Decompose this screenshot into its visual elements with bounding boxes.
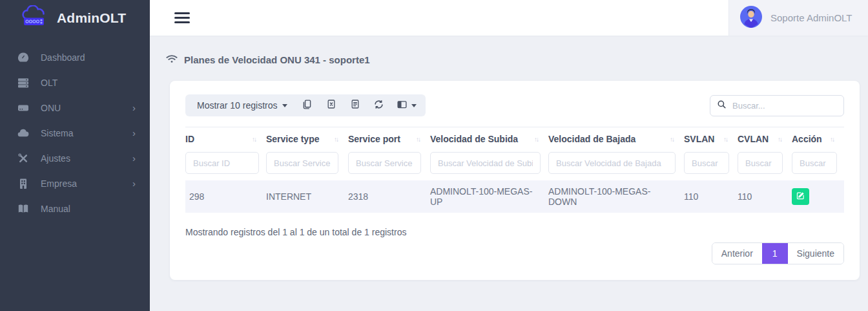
pagination-page-1-button[interactable]: 1 xyxy=(762,243,788,264)
plans-table: ID↑↓ Service type↑↓ Service port↑↓ Veloc… xyxy=(185,127,844,213)
page-title: Planes de Velocidad ONU 341 - soporte1 xyxy=(165,52,868,67)
cell-velocidad-subida: ADMINOLT-100-MEGAS-UP xyxy=(430,180,548,213)
book-icon xyxy=(17,202,30,215)
cell-cvlan: 110 xyxy=(738,180,792,213)
sidebar-toggle-button[interactable] xyxy=(174,10,190,26)
filter-input-cvlan[interactable] xyxy=(738,152,783,174)
table-search xyxy=(710,95,844,116)
table-card: Mostrar 10 registros xyxy=(170,81,860,280)
columns-icon xyxy=(397,99,408,113)
pagination: Anterior 1 Siguiente xyxy=(712,242,844,264)
adminolt-logo-icon xyxy=(18,5,52,31)
filter-input-svlan[interactable] xyxy=(684,152,729,174)
column-header-id[interactable]: ID↑↓ xyxy=(185,127,266,150)
cell-svlan: 110 xyxy=(684,180,738,213)
brand-name: AdminOLT xyxy=(57,10,126,26)
sidebar-item-onu[interactable]: ONU › xyxy=(0,95,150,120)
toolbar-button-group: Mostrar 10 registros xyxy=(185,94,426,116)
sort-icon: ↑↓ xyxy=(534,136,538,143)
copy-button[interactable] xyxy=(295,94,319,116)
sidebar-item-label: Sistema xyxy=(41,128,74,138)
sidebar-item-label: Ajustes xyxy=(41,153,70,164)
filter-input-velocidad-subida[interactable] xyxy=(430,152,541,174)
caret-down-icon xyxy=(411,104,417,107)
chevron-right-icon: › xyxy=(132,128,136,138)
content: Planes de Velocidad ONU 341 - soporte1 M… xyxy=(150,36,868,311)
chevron-right-icon: › xyxy=(132,153,136,163)
sidebar-item-sistema[interactable]: Sistema › xyxy=(0,120,150,145)
device-icon xyxy=(17,102,30,114)
table-row: 298 INTERNET 2318 ADMINOLT-100-MEGAS-UP … xyxy=(185,180,844,213)
sidebar-item-label: ONU xyxy=(41,103,61,113)
column-header-cvlan[interactable]: CVLAN↑↓ xyxy=(738,127,792,150)
main-area: Soporte AdminOLT Planes de Velocidad ONU… xyxy=(150,0,868,311)
excel-export-button[interactable] xyxy=(319,94,343,116)
cell-service-port: 2318 xyxy=(348,180,430,213)
sort-icon: ↑↓ xyxy=(252,136,256,143)
column-header-svlan[interactable]: SVLAN↑↓ xyxy=(684,127,738,150)
edit-button[interactable] xyxy=(792,188,809,205)
column-visibility-button[interactable] xyxy=(391,94,422,116)
filter-input-accion[interactable] xyxy=(792,152,837,174)
refresh-icon xyxy=(373,99,384,113)
edit-pencil-icon xyxy=(796,191,805,202)
pagination-prev-button[interactable]: Anterior xyxy=(712,243,762,264)
tools-icon xyxy=(17,152,30,165)
filter-input-service-type[interactable] xyxy=(266,152,338,174)
sidebar-item-empresa[interactable]: Empresa › xyxy=(0,171,150,196)
column-header-velocidad-subida[interactable]: Velocidad de Subida↑↓ xyxy=(430,127,548,150)
gauge-icon xyxy=(17,51,30,64)
sidebar-nav: Dashboard OLT ONU › Sistema xyxy=(0,36,150,221)
sidebar-item-label: Manual xyxy=(41,204,70,214)
sidebar-item-olt[interactable]: OLT xyxy=(0,70,150,95)
search-input[interactable] xyxy=(732,101,837,111)
pagination-next-button[interactable]: Siguiente xyxy=(788,243,843,264)
user-menu[interactable]: Soporte AdminOLT xyxy=(728,0,868,36)
sidebar-item-label: Empresa xyxy=(41,178,77,189)
filter-input-velocidad-bajada[interactable] xyxy=(548,152,676,174)
table-filter-row xyxy=(185,149,844,180)
column-header-service-type[interactable]: Service type↑↓ xyxy=(266,127,348,150)
sort-icon: ↑↓ xyxy=(830,136,834,143)
sidebar-item-ajustes[interactable]: Ajustes › xyxy=(0,145,150,171)
search-icon xyxy=(717,100,727,112)
wifi-icon xyxy=(165,52,178,67)
table-header-row: ID↑↓ Service type↑↓ Service port↑↓ Veloc… xyxy=(185,127,844,150)
copy-icon xyxy=(302,99,313,113)
sidebar-item-dashboard[interactable]: Dashboard xyxy=(0,45,150,70)
page-title-text: Planes de Velocidad ONU 341 - soporte1 xyxy=(184,54,370,65)
app-window: AdminOLT Dashboard OLT ONU › xyxy=(0,0,868,311)
pdf-export-button[interactable] xyxy=(343,94,367,116)
chevron-right-icon: › xyxy=(132,103,136,113)
cloud-icon xyxy=(17,127,30,140)
sidebar-item-label: Dashboard xyxy=(41,52,85,63)
sort-icon: ↑↓ xyxy=(670,136,674,143)
column-header-service-port[interactable]: Service port↑↓ xyxy=(348,127,430,150)
user-name: Soporte AdminOLT xyxy=(770,12,852,23)
pagination-row: Anterior 1 Siguiente xyxy=(185,242,844,264)
caret-down-icon xyxy=(282,104,287,107)
cell-id: 298 xyxy=(185,180,266,213)
table-info: Mostrando registros del 1 al 1 de un tot… xyxy=(185,227,844,237)
sidebar: AdminOLT Dashboard OLT ONU › xyxy=(0,0,150,311)
excel-file-icon xyxy=(326,99,336,112)
refresh-button[interactable] xyxy=(367,94,391,116)
topbar: Soporte AdminOLT xyxy=(150,0,868,36)
cell-service-type: INTERNET xyxy=(266,180,348,213)
column-header-accion[interactable]: Acción↑↓ xyxy=(792,127,844,150)
sort-icon: ↑↓ xyxy=(416,136,420,143)
column-header-velocidad-bajada[interactable]: Velocidad de Bajada↑↓ xyxy=(548,127,684,150)
brand[interactable]: AdminOLT xyxy=(0,0,150,36)
sort-icon: ↑↓ xyxy=(723,136,727,143)
sidebar-item-manual[interactable]: Manual xyxy=(0,196,150,221)
sidebar-item-label: OLT xyxy=(41,78,57,88)
filter-input-service-port[interactable] xyxy=(348,152,421,174)
filter-input-id[interactable] xyxy=(185,152,259,174)
length-menu-button[interactable]: Mostrar 10 registros xyxy=(189,94,295,116)
sort-icon: ↑↓ xyxy=(778,136,781,143)
sort-icon: ↑↓ xyxy=(334,136,338,143)
building-icon xyxy=(17,177,30,190)
server-icon xyxy=(17,76,30,89)
length-menu-label: Mostrar 10 registros xyxy=(197,100,277,111)
cell-velocidad-bajada: ADMINOLT-100-MEGAS-DOWN xyxy=(548,180,684,213)
